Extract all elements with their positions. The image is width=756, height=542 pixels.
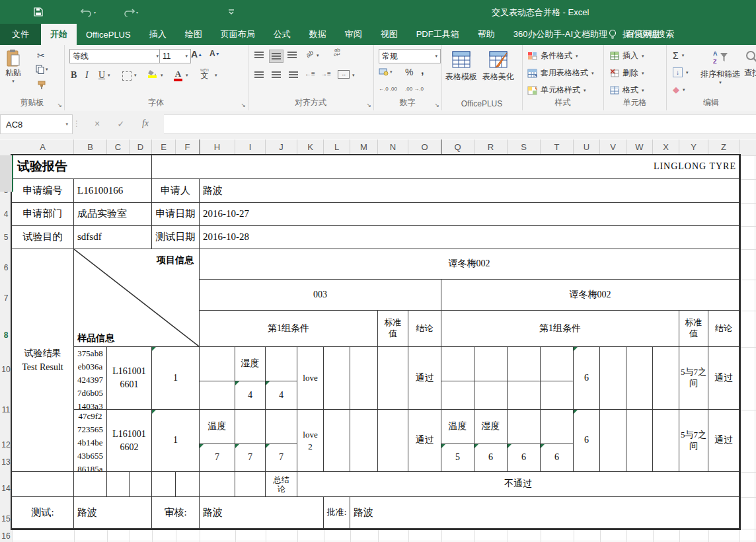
align-left-icon[interactable] [254,71,264,78]
row-header-10[interactable]: 10 [0,365,12,375]
tell-me-search[interactable]: 操作说明搜索 [608,24,674,45]
cell-r1-i-top[interactable]: 湿度 [235,347,266,381]
tab-formulas[interactable]: 公式 [264,24,300,45]
cell-r1-t-top[interactable] [541,347,574,381]
cell-r2-t-top[interactable] [541,410,574,444]
fill-button[interactable]: ↓▾ [673,67,689,77]
cell-14-d[interactable] [130,472,152,497]
name-box[interactable]: AC8▾ [0,114,73,134]
row-header-7[interactable]: 7 [0,293,12,304]
undo-dropdown-icon[interactable]: ▾ [94,10,96,15]
row-header-13[interactable]: 13 [0,457,12,468]
decrease-decimal-icon[interactable]: .00 →.0 [405,86,424,92]
cell-r2-q-top[interactable]: 温度 [441,410,474,444]
borders-icon[interactable] [122,71,132,81]
cell-sample-id-1[interactable]: 375ab8 eb036a 424397 7d6b05 1403a3 [74,347,107,410]
insert-function-button[interactable]: fx [135,114,156,133]
cell-group1[interactable]: 003 [200,280,441,311]
fill-color-dropdown-icon[interactable]: ▾ [161,73,163,78]
tab-home[interactable]: 开始 [41,24,77,45]
column-header-E[interactable]: E [152,139,176,155]
name-box-dropdown-icon[interactable]: ▾ [65,122,68,127]
cell-r1-v[interactable] [600,347,626,410]
column-header-I[interactable]: I [235,139,266,155]
column-header-N[interactable]: N [378,139,408,155]
decrease-font-icon[interactable]: A▼ [209,49,220,58]
cell-r2-l[interactable] [324,410,350,472]
cut-icon[interactable]: ✂ [37,50,45,61]
cell-review-sign[interactable]: 路波 [200,497,324,529]
phonetic-guide-icon[interactable]: wén文 [200,67,209,78]
column-header-H[interactable]: H [200,139,235,155]
cell-r2-u[interactable]: 6 [574,410,600,472]
column-header-M[interactable]: M [350,139,378,155]
confirm-entry-icon[interactable]: ✓ [111,114,131,133]
cell-r2-x[interactable] [653,410,679,472]
format-painter-icon[interactable] [37,81,46,90]
column-header-A[interactable]: A [12,139,74,155]
redo-dropdown-icon[interactable]: ▾ [136,10,138,15]
cell-test-date-label[interactable]: 测试日期 [152,226,200,249]
cell-14-h[interactable] [200,472,235,497]
cell-r1-q-top[interactable] [441,347,474,381]
align-middle-icon[interactable] [269,50,284,63]
cell-r1-m[interactable] [350,347,378,410]
number-dialog-launcher-icon[interactable]: ↘ [434,102,439,108]
cell-r1-y[interactable]: 5与7之间 [679,347,708,410]
autosum-button[interactable]: Σ▾ [673,50,684,61]
cell-approve-label[interactable]: 批准: [324,497,350,529]
cell-r2-o[interactable]: 通过 [408,410,441,472]
cell-qty-1[interactable]: 1 [152,347,200,410]
cell-r2-h-top[interactable]: 温度 [200,410,235,444]
format-as-table-button[interactable]: 套用表格格式▾ [527,67,594,79]
cell-r2-n[interactable] [378,410,408,472]
align-right-icon[interactable] [289,71,298,78]
cell-group2[interactable]: 谭冬梅002 [441,280,739,311]
cell-r1-r-bot[interactable] [474,381,508,410]
cell-test-result-label[interactable]: 试验结果 Test Result [12,249,74,472]
orientation-icon[interactable]: ab [305,49,315,59]
cell-report-title[interactable]: 试验报告 [12,155,152,179]
number-format-select[interactable]: 常规▾ [379,49,441,63]
cell-r2-j-bot[interactable]: 7 [266,444,297,472]
cell-test-date[interactable]: 2016-10-28 [200,226,739,249]
tab-view[interactable]: 视图 [371,24,407,45]
cell-concl1[interactable]: 结论 [408,311,441,347]
row-header-8[interactable]: 8 [0,330,12,341]
underline-dropdown-icon[interactable]: ▾ [108,73,110,78]
redo-button[interactable]: ▾ [123,5,138,19]
cell-apply-no[interactable]: L16100166 [74,179,152,203]
row-header-5[interactable]: 5 [0,233,12,243]
currency-dropdown-icon[interactable]: ▾ [390,69,393,75]
column-header-V[interactable]: V [600,139,626,155]
alignment-dialog-launcher-icon[interactable]: ↘ [366,102,371,108]
row-header-11[interactable]: 11 [0,405,12,416]
fill-color-icon[interactable] [147,69,157,78]
font-size-select[interactable]: 11▾ [159,49,191,63]
cell-r1-h-bot[interactable] [200,381,235,410]
table-beautify-button[interactable]: 表格美化 [482,50,514,83]
row-header-6[interactable]: 6 [0,263,12,274]
cell-r1-k[interactable]: love [297,347,324,410]
cell-qty-2[interactable]: 1 [152,410,200,472]
table-template-button[interactable]: 表格模板 [445,50,477,83]
undo-button[interactable]: ▾ [81,5,96,19]
cell-apply-date[interactable]: 2016-10-27 [200,203,739,226]
align-bottom-icon[interactable] [287,52,297,58]
cell-r2-r-top[interactable]: 湿度 [474,410,508,444]
cell-r1-z[interactable]: 通过 [708,347,739,410]
cell-r2-w[interactable] [626,410,653,472]
tab-360-assistant[interactable]: 360办公助手-AI文档助理 [504,24,617,45]
save-icon[interactable] [33,5,44,19]
cell-review-label[interactable]: 审核: [152,497,200,529]
cell-14-i[interactable] [235,472,266,497]
column-header-Q[interactable]: Q [441,139,474,155]
insert-cells-button[interactable]: 插入▾ [610,50,644,61]
column-header-R[interactable]: R [474,139,508,155]
borders-dropdown-icon[interactable]: ▾ [134,73,137,78]
tab-file[interactable]: 文件 [0,24,41,45]
cell-test-sign-label[interactable]: 测试: [12,497,74,529]
cell-r2-i-top[interactable] [235,410,266,444]
cell-14-b[interactable] [74,472,107,497]
cell-r1-n[interactable] [378,347,408,410]
